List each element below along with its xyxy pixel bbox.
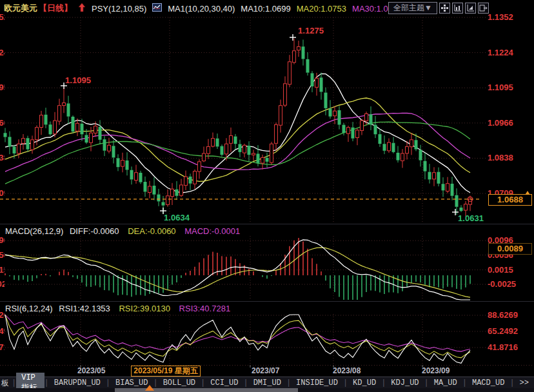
grid-dots-icon bbox=[440, 4, 449, 12]
price-axis-left-stub: 1.1224 bbox=[0, 48, 5, 57]
tab-divider: | bbox=[509, 378, 514, 387]
tab->>[interactable]: >> bbox=[515, 378, 534, 388]
rsi-label-row: RSI(6,12,24) RSI1:42.1353 RSI2:39.0130 R… bbox=[5, 304, 230, 313]
tab-MA_UD[interactable]: MA_UD bbox=[429, 378, 462, 388]
scrollbar-thumb[interactable] bbox=[115, 388, 298, 392]
rsi-title: RSI(6,12,24) bbox=[5, 304, 53, 313]
ma10-value: MA10:1.0699 bbox=[241, 4, 290, 14]
tab-divider: | bbox=[381, 378, 386, 387]
tab-divider: | bbox=[343, 378, 348, 387]
tab-clipped[interactable]: 板 bbox=[0, 377, 12, 389]
rsi-axis-left-stub: 65.2492 bbox=[0, 326, 5, 336]
macd-crosshair-badge: 0.0089 bbox=[488, 243, 532, 255]
macd-dea-value: DEA:-0.0060 bbox=[128, 226, 175, 236]
price-annotation: 1.0631 bbox=[455, 213, 486, 223]
chart-canvas[interactable] bbox=[0, 0, 534, 392]
price-annotation: 1.1095 bbox=[63, 75, 94, 85]
horizontal-scrollbar[interactable] bbox=[0, 388, 534, 392]
tab-divider: | bbox=[243, 378, 248, 387]
rsi-axis-label: 65.2492 bbox=[488, 326, 518, 336]
tab-divider: | bbox=[462, 378, 467, 387]
chart-pointer-button[interactable] bbox=[465, 3, 476, 14]
macd-title: MACD(26,12,9) bbox=[5, 226, 63, 236]
macd-axis-left-stub: 0.0056 bbox=[0, 250, 5, 260]
rsi-axis-label: 88.6269 bbox=[488, 310, 518, 320]
x-axis-label: 2023/08 bbox=[333, 366, 361, 375]
x-axis-label: 2023/05 bbox=[77, 366, 105, 375]
current-price-badge: 1.0688 bbox=[488, 194, 532, 206]
tab-divider: | bbox=[106, 378, 110, 387]
layout-grid-button[interactable] bbox=[439, 3, 450, 14]
price-annotation: 1.1275 bbox=[295, 26, 326, 35]
export-panel-button[interactable] bbox=[478, 3, 489, 14]
chart-axis-icon bbox=[453, 4, 462, 12]
price-axis-left-stub: 1.1095 bbox=[0, 83, 5, 92]
tab-CCI_UD[interactable]: CCI_UD bbox=[205, 378, 243, 388]
tab-INSIDE_UD[interactable]: INSIDE_UD bbox=[291, 378, 343, 388]
price-axis-label: 1.0838 bbox=[488, 153, 513, 162]
ma-chart-icon bbox=[152, 3, 162, 14]
macd-axis-left-stub: -0.0025 bbox=[0, 279, 5, 289]
symbol-name: 欧元美元 bbox=[4, 3, 37, 14]
scrollbar-position-marker bbox=[145, 385, 154, 391]
price-axis-left-stub: 1.0709 bbox=[0, 188, 5, 198]
tab-MACD_UD[interactable]: MACD_UD bbox=[467, 378, 509, 388]
x-axis-label: 2023/09 bbox=[422, 366, 450, 375]
trading-chart-window: 欧元美元【日线】 PSY(12,10,85) MA1(10,20,30,40) … bbox=[0, 0, 534, 392]
chart-axis-button[interactable] bbox=[452, 3, 463, 14]
ma-group-label: MA1(10,20,30,40) bbox=[168, 4, 235, 14]
selected-date-badge: 2023/05/19 星期五 bbox=[131, 366, 201, 377]
price-axis-label: 1.1224 bbox=[488, 48, 513, 57]
price-axis-label: 1.1095 bbox=[488, 83, 513, 92]
tab-divider: | bbox=[12, 378, 16, 387]
macd-macd-value: MACD:-0.0001 bbox=[184, 226, 240, 236]
macd-axis-left-stub: 0.0015 bbox=[0, 265, 5, 275]
rsi-axis-left-stub: 88.6269 bbox=[0, 310, 5, 320]
tab-KDJ_UD[interactable]: KDJ_UD bbox=[386, 378, 424, 388]
macd-axis-label: -0.0025 bbox=[488, 279, 516, 289]
macd-axis-left-stub: 0.0096 bbox=[0, 235, 5, 245]
rsi2-value: RSI2:39.0130 bbox=[119, 304, 170, 313]
rsi-axis-label: 41.8716 bbox=[488, 342, 518, 352]
tab-BOLL_UD[interactable]: BOLL_UD bbox=[158, 378, 201, 388]
tab-BARUPDN_UD[interactable]: BARUPDN_UD bbox=[49, 378, 106, 388]
indicator-tab-bar: 板|VIP指标|BARUPDN_UD|BIAS_UD|BOLL_UD|CCI_U… bbox=[0, 377, 534, 389]
psy-label: PSY(12,10,85) bbox=[92, 4, 146, 14]
rsi1-value: RSI1:42.1353 bbox=[59, 304, 110, 313]
chart-pointer-icon bbox=[466, 4, 475, 12]
price-axis-left-stub: 1.0966 bbox=[0, 118, 5, 128]
macd-diff-value: DIFF:-0.0060 bbox=[70, 226, 119, 236]
macd-axis-label: 0.0015 bbox=[488, 265, 513, 275]
tab-divider: | bbox=[44, 378, 49, 387]
tab-divider: | bbox=[286, 378, 291, 387]
period-label: 【日线】 bbox=[39, 3, 72, 14]
up-arrow-icon bbox=[78, 3, 86, 14]
x-axis-label: 2023/07 bbox=[252, 366, 279, 375]
macd-label-row: MACD(26,12,9) DIFF:-0.0060 DEA:-0.0060 M… bbox=[5, 226, 240, 236]
toolbar-controls: 全部主题▼ bbox=[388, 2, 489, 14]
rsi-axis-left-stub: 41.8716 bbox=[0, 342, 5, 352]
export-arrow-icon bbox=[479, 4, 488, 12]
price-axis-label: 1.0966 bbox=[488, 118, 513, 128]
price-axis-left-stub: 1.0838 bbox=[0, 153, 5, 162]
tab-divider: | bbox=[201, 378, 205, 387]
theme-select-button[interactable]: 全部主题▼ bbox=[388, 2, 437, 14]
rsi3-value: RSI3:40.7281 bbox=[179, 304, 231, 313]
tab-divider: | bbox=[424, 378, 429, 387]
tab-DMI_UD[interactable]: DMI_UD bbox=[248, 378, 286, 388]
tab-KD_UD[interactable]: KD_UD bbox=[348, 378, 381, 388]
ma20-value: MA20:1.0753 bbox=[297, 4, 346, 14]
price-annotation: 1.0634 bbox=[161, 213, 192, 222]
